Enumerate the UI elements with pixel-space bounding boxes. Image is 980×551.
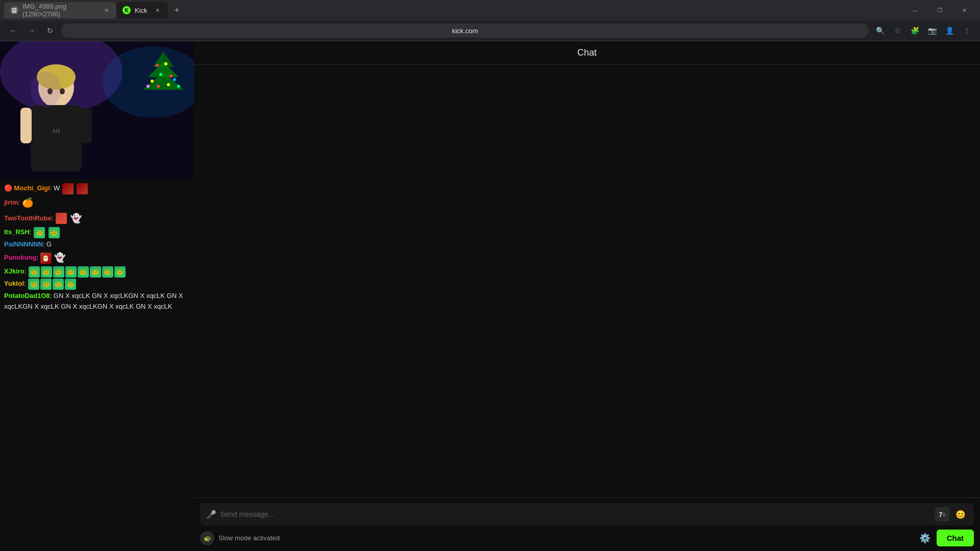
- chat-input-row[interactable]: 🎤 Send message... 7↑ 😊: [200, 503, 974, 525]
- left-msg-8: Yuktol: 🐸🐸🐸🐸: [4, 279, 190, 290]
- minimize-button[interactable]: —: [903, 0, 927, 20]
- extensions-icon[interactable]: 🧩: [908, 23, 922, 38]
- svg-point-9: [169, 74, 173, 78]
- reload-button[interactable]: ↻: [43, 23, 57, 38]
- address-bar: ← → ↻ 🔍 ☆ 🧩 📷 👤 ⋮: [0, 20, 980, 41]
- tab-kick-label: Kick: [135, 7, 148, 14]
- back-button[interactable]: ←: [6, 23, 20, 38]
- chat-header: Chat: [194, 41, 980, 65]
- svg-rect-23: [81, 108, 92, 143]
- stream-area: AM 🔴 Mochi_Gigi: W jirim: 🍊 TwoToothRube…: [0, 41, 194, 551]
- svg-point-12: [146, 85, 150, 88]
- chat-button[interactable]: Chat: [937, 530, 974, 546]
- points-icon[interactable]: 7↑: [935, 507, 949, 521]
- tab-kick[interactable]: K Kick ✕: [116, 2, 168, 18]
- window-controls: — ❐ ✕: [903, 0, 976, 20]
- slow-mode-icon: 🐢: [200, 531, 214, 545]
- svg-point-14: [167, 83, 170, 86]
- chat-input-area: 🎤 Send message... 7↑ 😊 🐢 Slow mode activ…: [194, 497, 980, 551]
- chat-input-placeholder[interactable]: Send message...: [220, 510, 931, 518]
- settings-icon[interactable]: ⚙️: [919, 533, 930, 544]
- svg-point-13: [157, 85, 160, 88]
- svg-point-24: [31, 72, 61, 108]
- left-msg-1: 🔴 Mochi_Gigi: W: [4, 183, 190, 194]
- svg-rect-22: [20, 108, 32, 143]
- chat-input-icons: 7↑ 😊: [935, 507, 968, 521]
- chat-area: Chat 🎤 Send message... 7↑ 😊 🐢 Slow mode …: [194, 41, 980, 551]
- bookmark-icon[interactable]: ☆: [890, 23, 904, 38]
- menu-icon[interactable]: ⋮: [960, 23, 974, 38]
- left-chat-panel: 🔴 Mochi_Gigi: W jirim: 🍊 TwoToothRube: 👻…: [0, 179, 194, 551]
- svg-rect-18: [31, 105, 82, 171]
- svg-text:AM: AM: [53, 129, 60, 134]
- screenshot-icon[interactable]: 📷: [925, 23, 939, 38]
- browser-chrome: 🖼 IMG_4988.png (1290×2796) ✕ K Kick ✕ + …: [0, 0, 980, 41]
- left-msg-5: PaiNNNNNN: G: [4, 239, 190, 250]
- svg-point-11: [173, 78, 176, 81]
- stream-visual: AM: [0, 41, 194, 179]
- tab-image-icon: 🖼: [10, 6, 18, 14]
- tab-kick-close[interactable]: ✕: [154, 6, 162, 14]
- zoom-icon[interactable]: 🔍: [873, 23, 887, 38]
- svg-point-8: [159, 73, 162, 76]
- restore-button[interactable]: ❐: [928, 0, 951, 20]
- left-msg-4: Its_RSH: 🐸 🐸: [4, 227, 190, 238]
- left-msg-3: TwoToothRube: 👻: [4, 211, 190, 226]
- stream-video: AM: [0, 41, 194, 179]
- tab-bar: 🖼 IMG_4988.png (1290×2796) ✕ K Kick ✕ + …: [0, 0, 980, 20]
- toolbar-icons: 🔍 ☆ 🧩 📷 👤 ⋮: [873, 23, 974, 38]
- svg-point-7: [164, 62, 167, 65]
- tab-kick-icon: K: [122, 6, 131, 14]
- emoji-icon[interactable]: 😊: [953, 507, 968, 521]
- chat-messages: [194, 65, 980, 497]
- left-msg-9: PotatoDad1O8: GN X xqcLK GN X xqcLKGN X …: [4, 291, 190, 312]
- left-msg-6: Punnkung: 🎅 👻: [4, 251, 190, 265]
- forward-button[interactable]: →: [24, 23, 39, 38]
- slow-mode-indicator: 🐢 Slow mode activated: [200, 531, 280, 545]
- tab-image[interactable]: 🖼 IMG_4988.png (1290×2796) ✕: [4, 2, 116, 18]
- slow-mode-text: Slow mode activated: [218, 534, 280, 542]
- profile-icon[interactable]: 👤: [942, 23, 957, 38]
- chat-title: Chat: [577, 47, 597, 58]
- chat-footer: 🐢 Slow mode activated ⚙️ Chat: [200, 530, 974, 546]
- tab-image-label: IMG_4988.png (1290×2796): [22, 3, 97, 18]
- tab-image-close[interactable]: ✕: [103, 6, 110, 14]
- left-msg-2: jirim: 🍊: [4, 195, 190, 210]
- left-msg-7: XJkiro: 🐸🐸🐸🐸🐸🐸🐸🐸: [4, 266, 190, 278]
- address-input[interactable]: [61, 23, 869, 38]
- new-tab-button[interactable]: +: [170, 3, 184, 17]
- mic-icon[interactable]: 🎤: [206, 510, 216, 519]
- close-button[interactable]: ✕: [952, 0, 976, 20]
- svg-point-15: [177, 85, 180, 88]
- main-layout: AM 🔴 Mochi_Gigi: W jirim: 🍊 TwoToothRube…: [0, 41, 980, 551]
- svg-point-10: [151, 80, 154, 83]
- svg-point-6: [156, 64, 159, 67]
